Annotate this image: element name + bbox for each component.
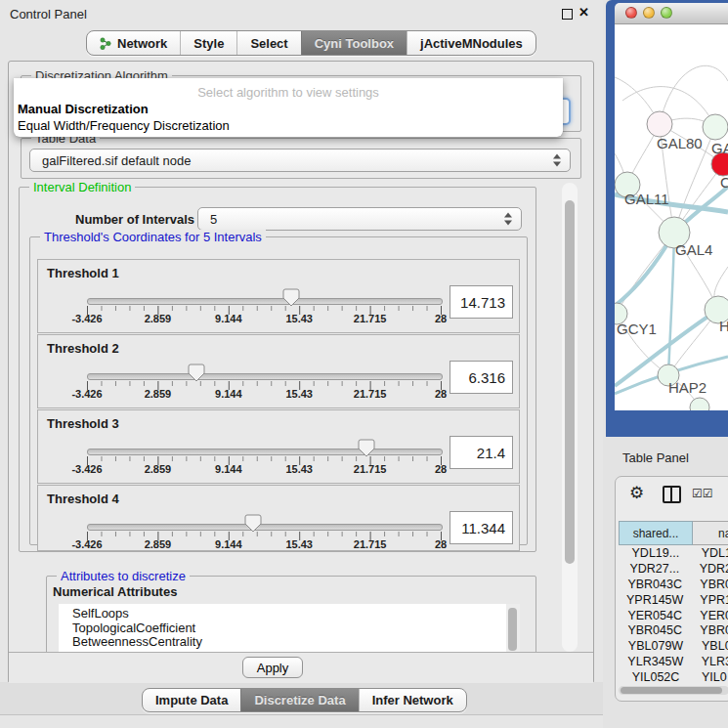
network-node-label: C (720, 174, 728, 191)
combo-arrows-icon (504, 213, 513, 226)
network-node-label: HAP2 (668, 379, 707, 396)
slider-tick-label: 15.43 (285, 388, 313, 400)
cell-shared-name: YDL19... (619, 546, 693, 560)
tab-label: jActiveMNodules (420, 36, 523, 51)
network-canvas[interactable]: GAL80GACGAL11GAL4GCY1HHAP2 (615, 24, 728, 410)
threshold-label: Threshold 2 (47, 341, 119, 356)
network-node[interactable] (647, 111, 672, 137)
table-row[interactable]: YDR27...YDR2 (619, 561, 728, 577)
column-header-name[interactable]: na (693, 521, 728, 545)
table-row[interactable]: YBR045CYBR0 (619, 622, 728, 638)
threshold-label: Threshold 4 (47, 492, 119, 506)
split-columns-icon[interactable] (663, 486, 681, 503)
cell-shared-name: YIL052C (619, 670, 693, 684)
gear-icon[interactable]: ⚙ (629, 483, 644, 503)
bottom-tab-bar: Impute DataDiscretize DataInfer Network (142, 688, 467, 712)
zoom-traffic-light[interactable] (661, 7, 672, 19)
table-row[interactable]: YIL052CYIL0 (619, 669, 728, 685)
slider-tick-label: 2.859 (145, 538, 172, 550)
network-node[interactable] (703, 114, 728, 140)
tab-network[interactable]: Network (87, 31, 180, 55)
cell-name: YDR2 (691, 562, 728, 576)
attribute-list-item[interactable]: TopologicalCoefficient (72, 621, 520, 636)
slider-thumb[interactable] (282, 288, 300, 307)
table-header-row: shared... na (619, 521, 728, 545)
dropdown-item[interactable]: Equal Width/Frequency Discretization (14, 117, 563, 134)
slider-tick-label: 15.43 (285, 313, 313, 324)
threshold-value-field[interactable]: 11.344 (450, 511, 513, 544)
tab-infer-network[interactable]: Infer Network (359, 689, 466, 711)
attribute-list-item[interactable]: BetweennessCentrality (72, 635, 520, 650)
table-row[interactable]: YER054CYER0 (619, 608, 728, 623)
cell-shared-name: YBR043C (619, 578, 691, 591)
network-node[interactable] (690, 398, 709, 410)
table-horizontal-scrollbar-thumb[interactable] (621, 687, 722, 694)
slider-track[interactable] (87, 524, 443, 531)
slider-ticks (87, 456, 443, 466)
network-window-titlebar[interactable] (615, 3, 728, 24)
threshold-row: Threshold 2-3.4262.8599.14415.4321.71528… (37, 334, 520, 408)
panel-scrollbar-thumb[interactable] (565, 200, 575, 564)
tab-label: Cyni Toolbox (315, 36, 394, 51)
close-traffic-light[interactable] (625, 7, 637, 19)
tab-label: Network (117, 36, 167, 51)
numerical-attributes-label: Numerical Attributes (53, 584, 177, 599)
slider-track[interactable] (87, 449, 443, 455)
cell-name: YBR0 (691, 623, 728, 637)
table-data-combobox[interactable]: galFiltered.sif default node (29, 149, 571, 172)
slider-tick-label: 2.859 (145, 463, 172, 475)
table-row[interactable]: YLR345WYLR3 (619, 654, 728, 669)
threshold-value-field[interactable]: 6.316 (450, 361, 513, 394)
column-header-shared[interactable]: shared... (619, 521, 693, 545)
dropdown-item[interactable]: Manual Discretization (14, 101, 563, 117)
cell-shared-name: YDR27... (619, 562, 691, 576)
threshold-value-field[interactable]: 14.713 (450, 285, 513, 319)
table-row[interactable]: YBL079WYBL0 (619, 638, 728, 654)
slider-track[interactable] (87, 298, 443, 305)
attributes-list-scrollbar[interactable] (506, 604, 520, 653)
table-panel: ⚙ ☑☑ shared... na YDL19...YDL1YDR27...YD… (615, 476, 728, 702)
attributes-list-scrollbar-thumb[interactable] (508, 608, 517, 651)
tab-select[interactable]: Select (236, 31, 300, 55)
close-icon[interactable]: ✕ (578, 5, 589, 20)
tab-impute-data[interactable]: Impute Data (143, 689, 240, 711)
minimize-traffic-light[interactable] (643, 7, 655, 19)
threshold-value-field[interactable]: 21.4 (450, 436, 513, 469)
numerical-attributes-list: SelfLoopsTopologicalCoefficientBetweenne… (59, 604, 520, 656)
tab-discretize-data[interactable]: Discretize Data (240, 689, 358, 711)
number-of-intervals-combobox[interactable]: 5 (197, 207, 522, 231)
slider-thumb[interactable] (358, 439, 375, 457)
tab-cyni-toolbox[interactable]: Cyni Toolbox (301, 31, 407, 55)
slider-track[interactable] (87, 373, 443, 380)
table-row[interactable]: YPR145WYPR1 (619, 592, 728, 608)
attribute-list-item[interactable]: SelfLoops (72, 607, 520, 621)
slider-tick-label: 9.144 (215, 313, 242, 324)
control-panel-title: Control Panel (10, 7, 87, 21)
number-of-intervals-value: 5 (210, 212, 217, 227)
network-graph: GAL80GACGAL11GAL4GCY1HHAP2 (615, 24, 728, 410)
threshold-row: Threshold 4-3.4262.8599.14415.4321.71528… (37, 485, 520, 551)
checkboxes-icon[interactable]: ☑☑ (692, 487, 713, 500)
slider-thumb[interactable] (244, 514, 262, 533)
slider-thumb[interactable] (188, 364, 205, 382)
dropdown-placeholder-item[interactable]: Select algorithm to view settings (14, 78, 563, 101)
table-row[interactable]: YDL19...YDL1 (619, 545, 728, 561)
table-body: YDL19...YDL1YDR27...YDR2YBR043CYBR0YPR14… (619, 545, 728, 686)
apply-button[interactable]: Apply (242, 657, 303, 678)
combo-arrows-icon (553, 154, 562, 167)
table-row[interactable]: YBR043CYBR0 (619, 577, 728, 592)
float-window-icon[interactable] (562, 9, 573, 20)
cell-shared-name: YPR145W (619, 593, 691, 607)
tab-jactivemnodules[interactable]: jActiveMNodules (407, 31, 535, 55)
tab-style[interactable]: Style (180, 31, 236, 55)
table-horizontal-scrollbar[interactable] (619, 686, 728, 695)
slider-tick-label: -3.426 (71, 313, 102, 324)
slider-tick-label: 21.715 (354, 463, 387, 475)
cell-name: YPR1 (691, 593, 728, 607)
slider-tick-label: 9.144 (215, 388, 242, 400)
number-of-intervals-label: Number of Intervals (75, 212, 194, 227)
panel-scrollbar[interactable] (562, 183, 578, 652)
interval-definition-group: Interval Definition Number of Intervals … (19, 187, 536, 552)
table-data-group: Table Data galFiltered.sif default node (21, 138, 581, 179)
slider-tick-label: 28 (435, 313, 447, 324)
